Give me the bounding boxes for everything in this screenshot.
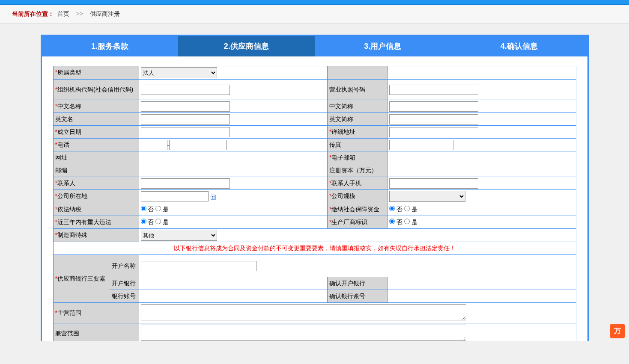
bank-warning-text: 以下银行信息将成为合同及资金付款的不可变更重要要素，请慎重填报核实，如有失误自行… <box>53 242 576 255</box>
licenseno-input[interactable] <box>389 85 478 95</box>
label-bankname-open: 开户银行 <box>112 280 136 287</box>
enshort-input[interactable] <box>389 114 478 124</box>
contactphone-input[interactable] <box>389 178 478 189</box>
phone-area-input[interactable] <box>141 140 167 150</box>
tab-terms[interactable]: 1.服务条款 <box>42 36 179 56</box>
label-location: 公司所在地 <box>57 192 87 199</box>
form-scroll-area[interactable]: *所属类型 法人 *组织机构代码(社会信用代码) 营业执照号码 *中文名称 中文… <box>42 56 587 341</box>
label-fax: 传真 <box>329 141 341 148</box>
svg-rect-3 <box>212 198 213 198</box>
address-input[interactable] <box>389 127 478 137</box>
label-enname: 英文名 <box>55 115 73 122</box>
type-select[interactable]: 法人 <box>141 67 217 78</box>
breadcrumb-home-link[interactable]: 首页 <box>57 10 69 17</box>
label-social: 缴纳社会保障资金 <box>331 206 379 213</box>
manuf-no-radio[interactable] <box>389 219 395 224</box>
label-violation: 近三年内有重大违法 <box>57 219 111 225</box>
step-tabs: 1.服务条款 2.供应商信息 3.用户信息 4.确认信息 <box>42 36 587 56</box>
label-bankacc-confirm: 确认银行账号 <box>329 293 365 299</box>
taxlaw-yes-option[interactable]: 是 <box>155 206 169 213</box>
label-type: 所属类型 <box>57 69 81 76</box>
violation-yes-option[interactable]: 是 <box>155 219 169 225</box>
label-manuf: 生产厂商标识 <box>331 219 367 225</box>
label-scale: 公司规模 <box>331 192 355 199</box>
founddate-input[interactable] <box>141 127 230 137</box>
svg-rect-1 <box>212 196 213 197</box>
fax-input[interactable] <box>389 140 453 150</box>
label-website: 网址 <box>55 154 67 161</box>
cnname-input[interactable] <box>141 101 230 112</box>
breadcrumb-current: 供应商注册 <box>90 10 120 17</box>
scale-select[interactable] <box>389 191 465 202</box>
social-no-option[interactable]: 否 <box>389 206 402 213</box>
violation-yes-radio[interactable] <box>155 219 161 224</box>
label-phone: 电话 <box>57 141 69 148</box>
enname-input[interactable] <box>141 114 230 124</box>
label-contact: 联系人 <box>57 180 75 186</box>
violation-no-option[interactable]: 否 <box>141 219 154 225</box>
label-mainbiz: 主营范围 <box>57 309 81 316</box>
breadcrumb-label: 当前所在位置： <box>12 10 54 17</box>
breadcrumb-separator: >> <box>76 10 83 17</box>
social-no-radio[interactable] <box>389 206 395 211</box>
taxlaw-no-radio[interactable] <box>141 206 146 211</box>
label-postcode: 邮编 <box>55 167 67 174</box>
taxlaw-yes-radio[interactable] <box>155 206 161 211</box>
tab-supplier-info[interactable]: 2.供应商信息 <box>178 36 315 56</box>
label-manufspecial: 制造商特殊 <box>57 231 87 238</box>
label-cnshort: 中文简称 <box>329 103 353 109</box>
svg-rect-0 <box>211 195 216 200</box>
sidebiz-textarea[interactable] <box>141 325 466 341</box>
registration-panel: 1.服务条款 2.供应商信息 3.用户信息 4.确认信息 *所属类型 法人 *组… <box>41 35 589 341</box>
top-accent-bar <box>0 0 629 5</box>
orgcode-input[interactable] <box>141 85 230 95</box>
contact-input[interactable] <box>141 178 230 189</box>
location-picker-icon[interactable] <box>211 194 216 199</box>
label-bankname-confirm: 确认开户银行 <box>329 280 365 287</box>
label-taxlaw: 依法纳税 <box>57 206 81 213</box>
tab-confirm[interactable]: 4.确认信息 <box>451 36 587 56</box>
social-yes-radio[interactable] <box>404 206 410 211</box>
label-address: 详细地址 <box>331 128 355 135</box>
float-helper-button[interactable]: 万 <box>610 324 625 338</box>
label-email: 电子邮箱 <box>331 154 355 161</box>
violation-no-radio[interactable] <box>141 219 146 224</box>
svg-rect-2 <box>214 196 215 197</box>
cnshort-input[interactable] <box>389 101 478 112</box>
label-contactphone: 联系人手机 <box>331 180 361 186</box>
phone-number-input[interactable] <box>169 140 227 150</box>
label-founddate: 成立日期 <box>57 128 81 135</box>
tab-user-info[interactable]: 3.用户信息 <box>315 36 451 56</box>
float-helper-icon: 万 <box>614 327 621 336</box>
label-bankacc: 银行账号 <box>112 293 136 299</box>
label-cnname: 中文名称 <box>57 103 81 109</box>
svg-rect-4 <box>214 198 215 198</box>
manuf-no-option[interactable]: 否 <box>389 219 402 225</box>
label-bank3: 供应商银行三要素 <box>57 275 105 282</box>
label-bankaccname: 开户名称 <box>112 262 136 269</box>
mainbiz-textarea[interactable] <box>141 304 466 320</box>
label-orgcode: 组织机构代码(社会信用代码) <box>57 86 133 93</box>
manufspecial-select[interactable]: 其他 <box>141 230 217 241</box>
supplier-form-table: *所属类型 法人 *组织机构代码(社会信用代码) 营业执照号码 *中文名称 中文… <box>53 66 576 341</box>
taxlaw-no-option[interactable]: 否 <box>141 206 154 213</box>
label-regcap: 注册资本（万元） <box>329 167 377 174</box>
label-enshort: 英文简称 <box>329 115 353 122</box>
location-input[interactable] <box>141 191 209 201</box>
manuf-yes-option[interactable]: 是 <box>404 219 417 225</box>
bankaccname-input[interactable] <box>141 261 256 271</box>
social-yes-option[interactable]: 是 <box>404 206 417 213</box>
manuf-yes-radio[interactable] <box>404 219 410 224</box>
label-sidebiz: 兼营范围 <box>55 330 79 337</box>
label-licenseno: 营业执照号码 <box>329 86 365 93</box>
breadcrumb: 当前所在位置： 首页 >> 供应商注册 <box>0 5 629 24</box>
